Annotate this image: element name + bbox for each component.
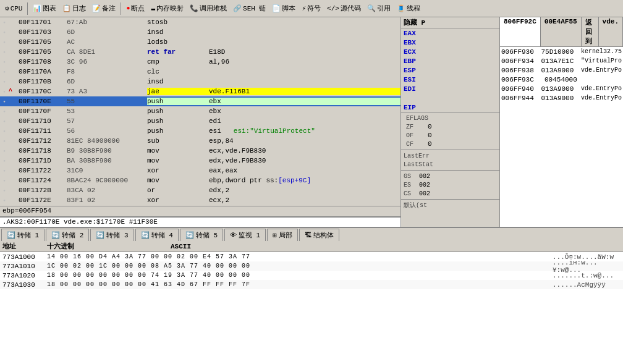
disasm-area: ●00F1170167:Abstosb●00F117036Dinsd●00F11…: [0, 17, 400, 227]
register-name: EDI: [404, 85, 425, 93]
toolbar-script-label: 脚本: [282, 4, 295, 13]
disasm-row[interactable]: ●00F1172E83F1 02xorecx,2: [0, 195, 400, 205]
disasm-scroll[interactable]: ●00F1170167:Abstosb●00F117036Dinsd●00F11…: [0, 17, 400, 206]
stack-tab-return[interactable]: 返回到: [582, 17, 599, 46]
row-address: 00F1172E: [17, 197, 67, 204]
disasm-row[interactable]: ●00F1172B83CA 02oredx,2: [0, 185, 400, 195]
tab-label: 转储 4: [151, 231, 173, 240]
stack-row[interactable]: 006FF93075D10000kernel32.75: [500, 47, 623, 56]
row-address: 00F11708: [17, 58, 67, 66]
hex-addr-header: 地址: [2, 242, 47, 251]
toolbar-breakpoint[interactable]: ● 断点: [124, 3, 147, 14]
hex-row[interactable]: 773A10101C 00 02 00 1C 00 00 00 08 A5 3A…: [0, 261, 623, 271]
register-panel-header: 隐藏 P: [401, 17, 499, 28]
disasm-row[interactable]: ●00F1170167:Abstosb: [0, 17, 400, 27]
disasm-row[interactable]: ●00F11718B9 30B8F900movecx,vde.F9B830: [0, 146, 400, 156]
stack-rows: 006FF93075D10000kernel32.75006FF934013A7…: [500, 47, 623, 103]
disasm-row[interactable]: ●00F1170B6Dinsd: [0, 77, 400, 87]
row-address: 00F1171D: [17, 157, 67, 164]
toolbar-notes[interactable]: 📝 备注: [90, 3, 118, 14]
disasm-row[interactable]: ●00F1171281EC 84000000subesp,84: [0, 136, 400, 146]
stack-tab-addr[interactable]: 806FF92C: [500, 17, 541, 46]
disasm-row[interactable]: ●00F1171DBA 30B8F900movedx,vde.F9B830: [0, 156, 400, 166]
stack-row-comment: vde.EntryPo: [581, 95, 622, 101]
stack-row[interactable]: 006FF940013A9000vde.EntryPo: [500, 84, 623, 93]
disasm-row[interactable]: ●00F11705CA 8DE1ret farE18D: [0, 47, 400, 57]
row-address: 00F11724: [17, 177, 67, 184]
tab-label: 转储 2: [62, 231, 83, 240]
toolbar-memmap[interactable]: ▬ 内存映射: [148, 3, 186, 14]
hex-row[interactable]: 773A102018 00 00 00 00 00 00 00 74 19 3A…: [0, 271, 623, 280]
bottom-tab-转储-1[interactable]: 🔄转储 1: [1, 229, 44, 241]
stack-row[interactable]: 006FF934013A7E1C"VirtualPro: [500, 56, 623, 66]
stack-tab-vde[interactable]: vde.: [599, 17, 623, 46]
row-operand: edx,vde.F9B830: [209, 157, 400, 164]
toolbar: ⚙ CPU 📊 图表 📋 日志 📝 备注 ● 断点 ▬ 内存映射 📞 调用堆栈: [0, 0, 623, 17]
disasm-row[interactable]: ●00F1172231C0xoreax,eax: [0, 166, 400, 176]
row-mnemonic: mov: [147, 177, 209, 184]
toolbar-symbol[interactable]: ⚡ 符号: [299, 3, 323, 14]
laststatus-label: LastStat: [404, 161, 433, 168]
of-row: OF 0: [404, 131, 497, 140]
toolbar-thread[interactable]: 🧵 线程: [394, 3, 423, 14]
row-dot: ●: [0, 80, 9, 84]
toolbar-seh-label: SEH 链: [243, 4, 266, 13]
disasm-row[interactable]: ●00F117083C 96cmpal,96: [0, 57, 400, 67]
register-last: LastErr LastStat: [401, 150, 499, 170]
row-operand: E18D: [209, 48, 400, 56]
toolbar-ref[interactable]: 🔍 引用: [365, 3, 393, 14]
row-address: 00F1172B: [17, 187, 67, 194]
row-address: 00F11703: [17, 28, 67, 36]
lasterror-label: LastErr: [404, 153, 430, 159]
cs-value: 002: [419, 190, 430, 197]
row-mnemonic: insd: [147, 78, 209, 85]
row-bytes: 67:Ab: [67, 19, 147, 26]
disasm-row[interactable]: ●00F117248BAC24 9C000000movebp,dword ptr…: [0, 176, 400, 185]
row-bytes: 57: [67, 117, 147, 125]
bottom-tab-转储-4[interactable]: 🔄转储 4: [135, 229, 179, 241]
hex-row[interactable]: 773A103018 00 00 00 00 00 00 00 41 63 4D…: [0, 280, 623, 289]
toolbar-source[interactable]: </> 源代码: [324, 3, 363, 14]
bottom-tab-结构体[interactable]: 🏗结构体: [299, 229, 339, 241]
row-mnemonic: clc: [147, 68, 209, 75]
toolbar-callstack[interactable]: 📞 调用堆栈: [187, 3, 229, 14]
disasm-row[interactable]: ●00F1170AF8clc: [0, 67, 400, 77]
disasm-row[interactable]: ●00F1170F53pushebx: [0, 106, 400, 116]
register-name: ESP: [404, 67, 425, 74]
row-address: 00F1170E: [17, 98, 67, 105]
toolbar-memmap-label: 内存映射: [156, 4, 184, 13]
row-dot: ●: [0, 30, 9, 35]
toolbar-script[interactable]: 📄 脚本: [269, 3, 298, 14]
toolbar-cpu[interactable]: ⚙ CPU: [2, 4, 25, 13]
toolbar-log[interactable]: 📋 日志: [60, 3, 88, 14]
toolbar-thread-label: 线程: [407, 4, 420, 13]
disasm-row[interactable]: ●00F1170E55pushebx: [0, 96, 400, 106]
stack-tab-val[interactable]: 00E4AF55: [541, 17, 582, 46]
stack-row-val: 75D10000: [541, 48, 580, 56]
bottom-tab-转储-2[interactable]: 🔄转储 2: [46, 229, 89, 241]
bottom-tab-局部[interactable]: ⊞局部: [267, 229, 298, 241]
hex-row-addr: 773A1020: [2, 272, 47, 279]
row-dot: ●: [0, 70, 9, 74]
disasm-row[interactable]: ●00F117036Dinsd: [0, 27, 400, 37]
hex-row[interactable]: 773A100014 00 16 00 D4 A4 3A 77 00 00 02…: [0, 252, 623, 261]
disasm-row[interactable]: ●00F11705AClodsb: [0, 37, 400, 47]
row-mnemonic: push: [147, 127, 209, 135]
stack-row[interactable]: 006FF944013A9000vde.EntryPo: [500, 93, 623, 103]
bottom-tab-监视-1[interactable]: 👁监视 1: [224, 229, 266, 241]
tab-icon: 👁: [230, 231, 237, 239]
tab-label: 局部: [279, 231, 292, 240]
disasm-row[interactable]: ●00F1171057pushedi: [0, 116, 400, 126]
stack-row[interactable]: 006FF93C00454000: [500, 75, 623, 84]
disasm-row[interactable]: ●^ 00F1170C73 A3jaevde.F116B1: [0, 87, 400, 96]
hex-area: 地址 十六进制 ASCII 773A100014 00 16 00 D4 A4 …: [0, 241, 623, 364]
stack-row[interactable]: 006FF938013A9000vde.EntryPo: [500, 66, 623, 75]
hex-row-bytes: 14 00 16 00 D4 A4 3A 77 00 00 02 00 E4 5…: [47, 253, 553, 260]
register-row: [401, 93, 499, 103]
disasm-row[interactable]: ●00F1171156pushesiesi:"VirtualProtect": [0, 126, 400, 136]
bottom-tab-转储-3[interactable]: 🔄转储 3: [90, 229, 134, 241]
toolbar-graph[interactable]: 📊 图表: [30, 3, 59, 14]
toolbar-seh[interactable]: 🔗 SEH 链: [231, 3, 268, 14]
row-dot: ●: [0, 60, 9, 64]
bottom-tab-转储-5[interactable]: 🔄转储 5: [180, 229, 223, 241]
